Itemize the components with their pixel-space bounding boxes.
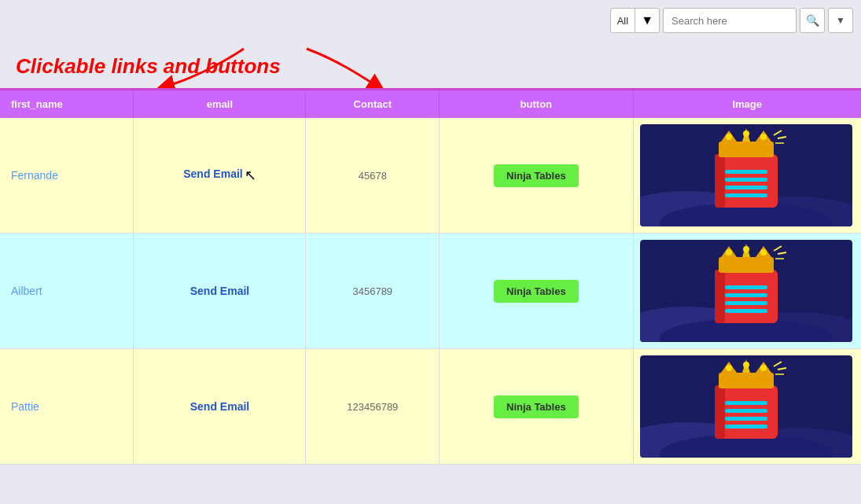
contact-value: 123456789 bbox=[347, 401, 398, 413]
top-bar: All ▼ 🔍 ▼ bbox=[0, 0, 861, 41]
annotation-area: Clickable links and buttons bbox=[0, 41, 861, 88]
chevron-down-icon: ▼ bbox=[836, 15, 845, 26]
search-button[interactable]: 🔍 bbox=[800, 8, 825, 33]
svg-rect-26 bbox=[725, 293, 767, 297]
col-header-email: email bbox=[134, 90, 306, 118]
svg-point-15 bbox=[743, 131, 749, 137]
svg-point-34 bbox=[726, 249, 732, 256]
col-header-first-name: first_name bbox=[0, 90, 134, 118]
cell-contact: 45678 bbox=[306, 118, 440, 234]
svg-rect-46 bbox=[725, 409, 767, 413]
contact-value: 45678 bbox=[359, 170, 387, 182]
svg-rect-9 bbox=[715, 154, 725, 208]
cell-contact: 3456789 bbox=[306, 234, 440, 349]
filter-select-wrapper[interactable]: All ▼ bbox=[610, 8, 660, 33]
send-email-link[interactable]: Send Email bbox=[190, 400, 249, 413]
svg-rect-49 bbox=[715, 385, 725, 439]
svg-rect-30 bbox=[719, 257, 774, 273]
send-email-link[interactable]: Send Email bbox=[183, 167, 242, 180]
cell-button[interactable]: Ninja Tables bbox=[440, 118, 633, 234]
cell-image bbox=[633, 118, 861, 234]
svg-point-55 bbox=[743, 362, 749, 368]
cursor-icon: ↖ bbox=[245, 167, 256, 184]
cell-first-name: Ailbert bbox=[0, 234, 134, 349]
ninja-tables-button[interactable]: Ninja Tables bbox=[494, 395, 579, 418]
cell-email[interactable]: Send Email bbox=[134, 234, 306, 349]
svg-point-54 bbox=[726, 365, 732, 371]
table-row: FernandeSend Email↖45678Ninja Tables bbox=[0, 118, 861, 234]
svg-rect-45 bbox=[725, 401, 767, 405]
table-row: AilbertSend Email3456789Ninja Tables bbox=[0, 234, 861, 349]
filter-select-label: All bbox=[611, 15, 635, 27]
svg-point-16 bbox=[760, 134, 767, 140]
table-header-row: first_name email Contact button Image bbox=[0, 90, 861, 118]
col-header-button: button bbox=[440, 90, 633, 118]
table-row: PattieSend Email123456789Ninja Tables bbox=[0, 349, 861, 465]
ninja-tables-logo bbox=[640, 124, 852, 226]
svg-rect-5 bbox=[725, 170, 767, 174]
svg-rect-6 bbox=[725, 178, 767, 182]
ninja-tables-logo bbox=[640, 240, 852, 342]
ninja-tables-logo bbox=[640, 355, 852, 458]
send-email-link[interactable]: Send Email bbox=[190, 285, 249, 297]
search-input[interactable] bbox=[663, 8, 797, 33]
col-header-contact: Contact bbox=[306, 90, 440, 118]
svg-rect-48 bbox=[725, 425, 767, 429]
ninja-tables-button[interactable]: Ninja Tables bbox=[494, 164, 579, 187]
svg-rect-29 bbox=[715, 270, 725, 323]
svg-point-36 bbox=[760, 249, 767, 256]
first-name-value: Fernande bbox=[11, 169, 58, 182]
cell-first-name: Pattie bbox=[0, 349, 134, 465]
first-name-value: Pattie bbox=[11, 400, 39, 413]
first-name-value: Ailbert bbox=[11, 285, 42, 297]
ninja-tables-button[interactable]: Ninja Tables bbox=[494, 280, 579, 303]
filter-select-arrow-icon[interactable]: ▼ bbox=[635, 9, 659, 32]
svg-rect-47 bbox=[725, 417, 767, 421]
svg-rect-27 bbox=[725, 301, 767, 305]
svg-rect-25 bbox=[725, 285, 767, 289]
contact-value: 3456789 bbox=[352, 285, 392, 297]
cell-contact: 123456789 bbox=[306, 349, 440, 465]
svg-rect-28 bbox=[725, 309, 767, 313]
cell-button[interactable]: Ninja Tables bbox=[440, 234, 633, 349]
cell-email[interactable]: Send Email bbox=[134, 349, 306, 465]
cell-image bbox=[633, 234, 861, 349]
cell-first-name: Fernande bbox=[0, 118, 134, 234]
cell-button[interactable]: Ninja Tables bbox=[440, 349, 633, 465]
cell-email[interactable]: Send Email↖ bbox=[134, 118, 306, 234]
search-icon: 🔍 bbox=[806, 14, 819, 27]
svg-point-35 bbox=[743, 246, 749, 252]
cell-image bbox=[633, 349, 861, 465]
annotation-text: Clickable links and buttons bbox=[16, 54, 281, 79]
svg-point-56 bbox=[760, 365, 767, 371]
svg-rect-10 bbox=[719, 142, 774, 157]
svg-rect-8 bbox=[725, 193, 767, 197]
svg-rect-50 bbox=[719, 373, 774, 388]
svg-rect-7 bbox=[725, 186, 767, 189]
filter-dropdown-button[interactable]: ▼ bbox=[828, 8, 853, 33]
col-header-image: Image bbox=[633, 90, 861, 118]
data-table: first_name email Contact button Image Fe… bbox=[0, 90, 861, 465]
svg-point-14 bbox=[726, 134, 732, 140]
table-wrapper: first_name email Contact button Image Fe… bbox=[0, 88, 861, 465]
